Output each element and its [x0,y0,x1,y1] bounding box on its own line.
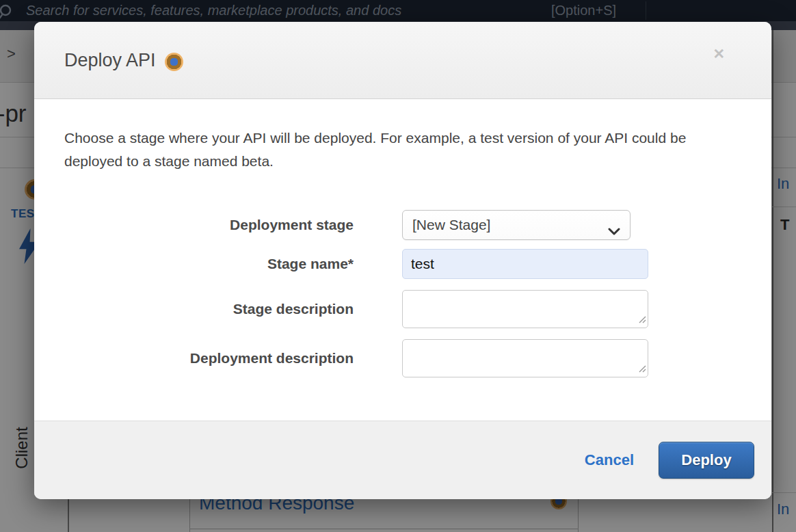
deploy-button[interactable]: Deploy [659,442,754,479]
screen: Search for services, features, marketpla… [0,0,796,532]
deploy-api-modal: Deploy API ✕ Choose a stage where your A… [34,22,771,499]
stage-name-input[interactable] [402,249,648,279]
deployment-stage-label: Deployment stage [64,217,354,233]
modal-footer: Cancel Deploy [34,421,771,499]
modal-header: Deploy API ✕ [34,22,771,99]
deployment-stage-select[interactable]: [New Stage] [402,210,631,240]
chevron-down-icon [608,222,620,239]
stage-description-wrap [402,290,648,328]
deployment-stage-selected-value: [New Stage] [412,217,490,233]
cancel-button[interactable]: Cancel [585,451,634,469]
modal-description: Choose a stage where your API will be de… [64,127,721,173]
stage-name-row: Stage name* [64,249,741,279]
deployment-description-wrap [402,339,648,377]
deployment-description-row: Deployment description [64,339,741,377]
modal-title: Deploy API [64,50,156,71]
stage-description-textarea[interactable] [402,290,648,328]
stage-description-label: Stage description [64,301,354,317]
deploy-status-donut-icon [165,53,183,71]
deployment-stage-row: Deployment stage [New Stage] [64,210,741,240]
close-icon[interactable]: ✕ [713,46,725,61]
deployment-description-label: Deployment description [64,350,354,367]
modal-body: Choose a stage where your API will be de… [34,99,771,421]
stage-name-label: Stage name* [64,256,354,272]
deployment-description-textarea[interactable] [402,339,648,377]
stage-description-row: Stage description [64,290,741,328]
